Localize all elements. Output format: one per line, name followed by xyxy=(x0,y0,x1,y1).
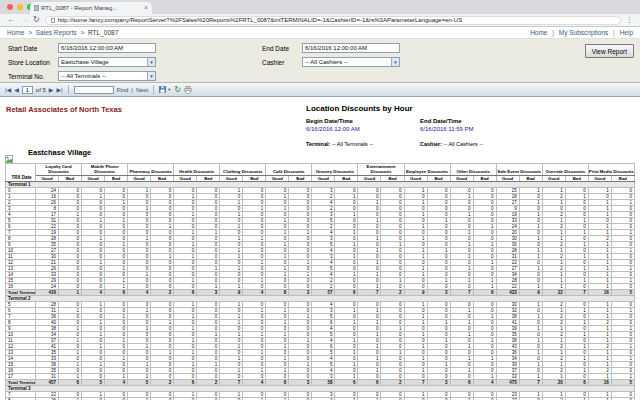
end-datetime-label: End Date/Time xyxy=(420,118,474,124)
link-divider: | xyxy=(613,29,615,36)
cashier-filter-label: Cashier: xyxy=(420,141,442,147)
trx-date-header: TRX Date xyxy=(6,164,36,182)
discount-group-header: Grocery Discounts xyxy=(312,164,358,176)
discount-group-header: Employee Discounts xyxy=(404,164,450,176)
breadcrumb-separator: > xyxy=(28,29,32,36)
browser-tab-strip: RTL_0087 - Report Manag... × xyxy=(0,0,640,14)
breadcrumb: Home > Sales Reports > RTL_0087 xyxy=(7,29,118,36)
report-table-container: TRX DateLoyalty Card DiscountsMobile Pho… xyxy=(5,163,635,400)
end-datetime-block: End Date/Time 6/16/2016 11:59 PM xyxy=(420,118,474,132)
header-links: Home | My Subscriptions | Help xyxy=(530,29,633,36)
breadcrumb-current: RTL_0087 xyxy=(88,29,118,36)
start-date-value: 6/16/2016 12:00:00 AM xyxy=(59,45,155,51)
chevron-down-icon[interactable]: ▾ xyxy=(147,72,155,80)
report-table: TRX DateLoyalty Card DiscountsMobile Pho… xyxy=(5,163,635,400)
breadcrumb-bar: Home > Sales Reports > RTL_0087 Home | M… xyxy=(0,27,640,39)
find-link[interactable]: Find xyxy=(117,87,129,93)
report-toolbar: |◀ ◀ of 5 ▶ ▶| Find | Next ▼ ↻ xyxy=(0,83,640,97)
find-next-divider: | xyxy=(131,87,133,93)
next-page-icon[interactable]: ▶ xyxy=(49,86,54,94)
company-name: Retail Associates of North Texas xyxy=(6,105,122,114)
terminal-filter-label: Terminal: xyxy=(306,141,330,147)
back-button[interactable]: ← xyxy=(7,15,15,25)
store-location-value: Eastchase Village xyxy=(59,59,147,65)
discount-group-header: Override Discounts xyxy=(542,164,588,176)
chevron-down-icon[interactable]: ▾ xyxy=(391,58,399,66)
first-page-icon[interactable]: |◀ xyxy=(5,86,11,94)
report-title: Location Discounts by Hour xyxy=(306,104,413,113)
end-date-value: 6/16/2016 12:00:00 AM xyxy=(303,45,399,51)
tab-favicon-icon xyxy=(34,5,39,11)
parameter-panel: Start Date 6/16/2016 12:00:00 AM End Dat… xyxy=(0,39,640,83)
terminal-no-label: Terminal No. xyxy=(8,73,44,80)
discount-group-header: Health Discounts xyxy=(174,164,220,176)
toolbar-divider xyxy=(68,85,69,94)
chevron-down-icon[interactable]: ▾ xyxy=(147,58,155,66)
browser-url-row: ← → ↻ http://some.fancy.company/ReportSe… xyxy=(0,14,640,27)
my-subscriptions-link[interactable]: My Subscriptions xyxy=(559,29,609,36)
cashier-label: Cashier xyxy=(262,59,284,66)
print-icon[interactable] xyxy=(184,86,192,94)
refresh-report-icon[interactable]: ↻ xyxy=(174,85,181,94)
previous-page-icon[interactable]: ◀ xyxy=(14,86,19,94)
image-placeholder-icon xyxy=(5,155,13,163)
discount-group-header: Mobile Phone Discounts xyxy=(82,164,128,176)
breadcrumb-separator: > xyxy=(80,29,84,36)
terminal-no-select[interactable]: -- All Terminals -- ▾ xyxy=(58,71,156,81)
cashier-value: -- All Cashiers -- xyxy=(303,59,391,65)
terminal-filter-line: Terminal: -- All Terminals -- xyxy=(306,141,373,147)
store-section-title: Eastchase Village xyxy=(28,148,91,157)
export-caret-icon: ▼ xyxy=(167,87,171,92)
address-bar[interactable]: http://some.fancy.company/ReportServer?%… xyxy=(45,16,621,25)
minimize-window-button[interactable] xyxy=(17,4,23,10)
end-date-input[interactable]: 6/16/2016 12:00:00 AM xyxy=(302,43,400,53)
url-text: http://some.fancy.company/ReportServer?%… xyxy=(58,17,462,23)
discount-group-header: Print Media Discounts xyxy=(588,164,634,176)
browser-tab[interactable]: RTL_0087 - Report Manag... × xyxy=(30,2,152,14)
begin-datetime-block: Begin Date/Time 6/16/2016 12:00 AM xyxy=(306,118,360,132)
end-datetime-value: 6/16/2016 11:59 PM xyxy=(420,126,474,132)
begin-datetime-value: 6/16/2016 12:00 AM xyxy=(306,126,360,132)
link-divider: | xyxy=(552,29,554,36)
discount-group-header: Loyalty Card Discounts xyxy=(36,164,82,176)
discount-group-header: Sale Event Discounts xyxy=(496,164,542,176)
help-link[interactable]: Help xyxy=(620,29,633,36)
store-location-label: Store Location xyxy=(8,59,50,66)
tab-close-icon[interactable]: × xyxy=(144,5,148,11)
end-date-label: End Date xyxy=(262,45,289,52)
discount-group-header: Clothing Discounts xyxy=(220,164,266,176)
begin-datetime-label: Begin Date/Time xyxy=(306,118,360,124)
save-disk-icon xyxy=(159,86,166,93)
home-link[interactable]: Home xyxy=(530,29,547,36)
cashier-select[interactable]: -- All Cashiers -- ▾ xyxy=(302,57,400,67)
report-body: Retail Associates of North Texas Locatio… xyxy=(0,97,640,400)
forward-button[interactable]: → xyxy=(20,15,28,25)
toolbar-divider xyxy=(153,85,154,94)
page-refresh-button[interactable]: ↻ xyxy=(33,15,40,25)
store-location-select[interactable]: Eastchase Village ▾ xyxy=(58,57,156,67)
tab-title: RTL_0087 - Report Manag... xyxy=(41,5,142,11)
find-next-link[interactable]: Next xyxy=(136,87,148,93)
view-report-button[interactable]: View Report xyxy=(585,44,634,58)
discount-group-header: Café Discounts xyxy=(266,164,312,176)
browser-menu-icon[interactable]: ⋮ xyxy=(626,16,633,24)
cashier-filter-line: Cashier: -- All Cashiers -- xyxy=(420,141,483,147)
start-date-input[interactable]: 6/16/2016 12:00:00 AM xyxy=(58,43,156,53)
discount-group-header: Other Discounts xyxy=(450,164,496,176)
close-window-button[interactable] xyxy=(7,4,13,10)
page-number-input[interactable] xyxy=(22,86,33,94)
export-icon[interactable]: ▼ xyxy=(159,86,171,93)
breadcrumb-sales-reports-link[interactable]: Sales Reports xyxy=(36,29,77,36)
breadcrumb-home-link[interactable]: Home xyxy=(7,29,24,36)
terminal-filter-value: -- All Terminals -- xyxy=(332,141,373,147)
discount-group-header: Entertainment Discounts xyxy=(358,164,404,176)
discount-group-header: Pharmacy Discounts xyxy=(128,164,174,176)
find-text-input[interactable] xyxy=(74,86,114,94)
page-icon xyxy=(51,18,55,23)
cashier-filter-value: -- All Cashiers -- xyxy=(444,141,483,147)
page-count-label: of 5 xyxy=(36,87,46,93)
last-page-icon[interactable]: ▶| xyxy=(56,86,62,94)
terminal-no-value: -- All Terminals -- xyxy=(59,73,147,79)
start-date-label: Start Date xyxy=(8,45,37,52)
